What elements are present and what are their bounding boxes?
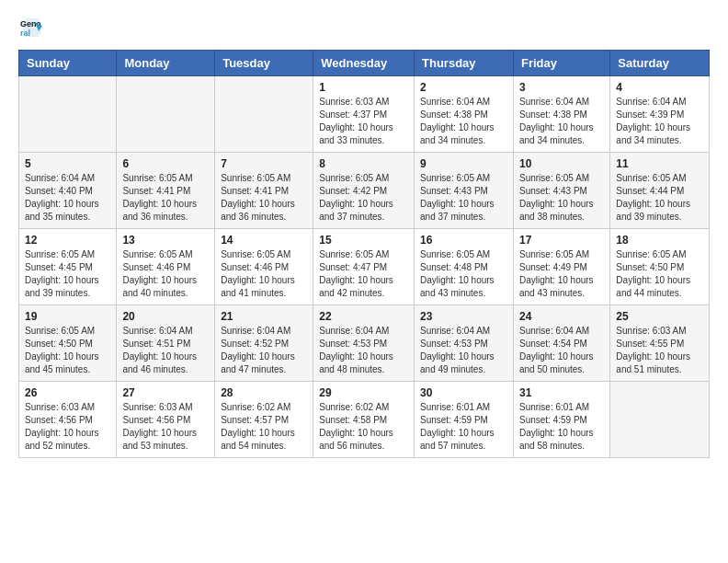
- day-info: Sunrise: 6:04 AM Sunset: 4:40 PM Dayligh…: [25, 172, 110, 224]
- day-info: Sunrise: 6:05 AM Sunset: 4:45 PM Dayligh…: [25, 248, 110, 300]
- calendar-table: SundayMondayTuesdayWednesdayThursdayFrid…: [18, 50, 710, 458]
- calendar-cell: 10Sunrise: 6:05 AM Sunset: 4:43 PM Dayli…: [513, 153, 609, 229]
- calendar-cell: 19Sunrise: 6:05 AM Sunset: 4:50 PM Dayli…: [19, 305, 117, 382]
- calendar-cell: 21Sunrise: 6:04 AM Sunset: 4:52 PM Dayli…: [215, 305, 313, 382]
- day-number: 7: [221, 157, 307, 170]
- day-number: 18: [616, 234, 703, 247]
- day-number: 23: [420, 310, 507, 323]
- day-info: Sunrise: 6:05 AM Sunset: 4:43 PM Dayligh…: [420, 172, 507, 224]
- day-info: Sunrise: 6:05 AM Sunset: 4:42 PM Dayligh…: [319, 172, 408, 224]
- day-info: Sunrise: 6:04 AM Sunset: 4:54 PM Dayligh…: [519, 325, 604, 376]
- calendar-header-row: SundayMondayTuesdayWednesdayThursdayFrid…: [19, 51, 710, 76]
- day-info: Sunrise: 6:03 AM Sunset: 4:37 PM Dayligh…: [319, 96, 408, 147]
- day-info: Sunrise: 6:04 AM Sunset: 4:38 PM Dayligh…: [420, 96, 507, 147]
- day-number: 21: [221, 310, 307, 323]
- day-number: 16: [420, 234, 507, 247]
- calendar-cell: 14Sunrise: 6:05 AM Sunset: 4:46 PM Dayli…: [215, 229, 313, 305]
- day-header-friday: Friday: [513, 51, 609, 76]
- day-info: Sunrise: 6:04 AM Sunset: 4:53 PM Dayligh…: [420, 325, 507, 376]
- page: Gene ral SundayMondayTuesdayWednesdayThu…: [0, 0, 728, 477]
- calendar-cell: 12Sunrise: 6:05 AM Sunset: 4:45 PM Dayli…: [19, 229, 117, 305]
- calendar-cell: 30Sunrise: 6:01 AM Sunset: 4:59 PM Dayli…: [415, 382, 514, 458]
- calendar-cell: 28Sunrise: 6:02 AM Sunset: 4:57 PM Dayli…: [215, 382, 313, 458]
- header: Gene ral: [18, 15, 710, 40]
- day-info: Sunrise: 6:05 AM Sunset: 4:48 PM Dayligh…: [420, 248, 507, 300]
- day-number: 26: [25, 386, 110, 399]
- calendar-cell: 13Sunrise: 6:05 AM Sunset: 4:46 PM Dayli…: [117, 229, 215, 305]
- day-info: Sunrise: 6:02 AM Sunset: 4:57 PM Dayligh…: [221, 401, 307, 453]
- day-number: 20: [122, 310, 209, 323]
- day-number: 2: [420, 81, 507, 94]
- day-info: Sunrise: 6:03 AM Sunset: 4:56 PM Dayligh…: [122, 401, 209, 453]
- day-number: 3: [519, 81, 604, 94]
- day-info: Sunrise: 6:04 AM Sunset: 4:38 PM Dayligh…: [519, 96, 604, 147]
- day-header-sunday: Sunday: [19, 51, 117, 76]
- day-info: Sunrise: 6:05 AM Sunset: 4:44 PM Dayligh…: [616, 172, 703, 224]
- day-info: Sunrise: 6:03 AM Sunset: 4:56 PM Dayligh…: [25, 401, 110, 453]
- day-number: 31: [519, 386, 604, 399]
- day-header-saturday: Saturday: [610, 51, 710, 76]
- day-number: 29: [319, 386, 408, 399]
- logo-icon: Gene ral: [18, 15, 44, 40]
- week-row-4: 19Sunrise: 6:05 AM Sunset: 4:50 PM Dayli…: [19, 305, 710, 382]
- day-info: Sunrise: 6:05 AM Sunset: 4:43 PM Dayligh…: [519, 172, 604, 224]
- day-info: Sunrise: 6:04 AM Sunset: 4:52 PM Dayligh…: [221, 325, 307, 376]
- day-number: 6: [122, 157, 209, 170]
- week-row-1: 1Sunrise: 6:03 AM Sunset: 4:37 PM Daylig…: [19, 76, 710, 153]
- day-info: Sunrise: 6:04 AM Sunset: 4:51 PM Dayligh…: [122, 325, 209, 376]
- calendar-cell: 4Sunrise: 6:04 AM Sunset: 4:39 PM Daylig…: [610, 76, 710, 153]
- calendar-cell: 2Sunrise: 6:04 AM Sunset: 4:38 PM Daylig…: [415, 76, 514, 153]
- day-number: 24: [519, 310, 604, 323]
- day-number: 9: [420, 157, 507, 170]
- day-number: 14: [221, 234, 307, 247]
- day-number: 10: [519, 157, 604, 170]
- day-header-tuesday: Tuesday: [215, 51, 313, 76]
- calendar-cell: 3Sunrise: 6:04 AM Sunset: 4:38 PM Daylig…: [513, 76, 609, 153]
- day-number: 5: [25, 157, 110, 170]
- calendar-cell: 16Sunrise: 6:05 AM Sunset: 4:48 PM Dayli…: [415, 229, 514, 305]
- calendar-cell: 29Sunrise: 6:02 AM Sunset: 4:58 PM Dayli…: [313, 382, 415, 458]
- day-number: 22: [319, 310, 408, 323]
- calendar-cell: 23Sunrise: 6:04 AM Sunset: 4:53 PM Dayli…: [415, 305, 514, 382]
- day-number: 4: [616, 81, 703, 94]
- day-number: 28: [221, 386, 307, 399]
- calendar-cell: [117, 76, 215, 153]
- day-header-thursday: Thursday: [415, 51, 514, 76]
- day-info: Sunrise: 6:05 AM Sunset: 4:41 PM Dayligh…: [122, 172, 209, 224]
- day-info: Sunrise: 6:05 AM Sunset: 4:49 PM Dayligh…: [519, 248, 604, 300]
- calendar-cell: 22Sunrise: 6:04 AM Sunset: 4:53 PM Dayli…: [313, 305, 415, 382]
- week-row-2: 5Sunrise: 6:04 AM Sunset: 4:40 PM Daylig…: [19, 153, 710, 229]
- calendar-cell: 9Sunrise: 6:05 AM Sunset: 4:43 PM Daylig…: [415, 153, 514, 229]
- day-info: Sunrise: 6:05 AM Sunset: 4:50 PM Dayligh…: [25, 325, 110, 376]
- day-number: 13: [122, 234, 209, 247]
- calendar-cell: 27Sunrise: 6:03 AM Sunset: 4:56 PM Dayli…: [117, 382, 215, 458]
- day-info: Sunrise: 6:04 AM Sunset: 4:53 PM Dayligh…: [319, 325, 408, 376]
- day-header-monday: Monday: [117, 51, 215, 76]
- calendar-cell: 5Sunrise: 6:04 AM Sunset: 4:40 PM Daylig…: [19, 153, 117, 229]
- calendar-cell: 6Sunrise: 6:05 AM Sunset: 4:41 PM Daylig…: [117, 153, 215, 229]
- day-number: 19: [25, 310, 110, 323]
- svg-text:ral: ral: [20, 29, 30, 38]
- calendar-cell: [215, 76, 313, 153]
- day-info: Sunrise: 6:04 AM Sunset: 4:39 PM Dayligh…: [616, 96, 703, 147]
- week-row-5: 26Sunrise: 6:03 AM Sunset: 4:56 PM Dayli…: [19, 382, 710, 458]
- day-number: 30: [420, 386, 507, 399]
- day-info: Sunrise: 6:05 AM Sunset: 4:46 PM Dayligh…: [221, 248, 307, 300]
- logo: Gene ral: [18, 15, 48, 40]
- day-number: 27: [122, 386, 209, 399]
- day-number: 25: [616, 310, 703, 323]
- calendar-cell: [610, 382, 710, 458]
- day-info: Sunrise: 6:02 AM Sunset: 4:58 PM Dayligh…: [319, 401, 408, 453]
- day-number: 11: [616, 157, 703, 170]
- calendar-cell: 18Sunrise: 6:05 AM Sunset: 4:50 PM Dayli…: [610, 229, 710, 305]
- day-info: Sunrise: 6:05 AM Sunset: 4:41 PM Dayligh…: [221, 172, 307, 224]
- week-row-3: 12Sunrise: 6:05 AM Sunset: 4:45 PM Dayli…: [19, 229, 710, 305]
- day-number: 17: [519, 234, 604, 247]
- day-info: Sunrise: 6:05 AM Sunset: 4:47 PM Dayligh…: [319, 248, 408, 300]
- calendar-cell: 20Sunrise: 6:04 AM Sunset: 4:51 PM Dayli…: [117, 305, 215, 382]
- day-number: 12: [25, 234, 110, 247]
- day-info: Sunrise: 6:05 AM Sunset: 4:50 PM Dayligh…: [616, 248, 703, 300]
- day-number: 1: [319, 81, 408, 94]
- day-info: Sunrise: 6:05 AM Sunset: 4:46 PM Dayligh…: [122, 248, 209, 300]
- calendar-cell: 26Sunrise: 6:03 AM Sunset: 4:56 PM Dayli…: [19, 382, 117, 458]
